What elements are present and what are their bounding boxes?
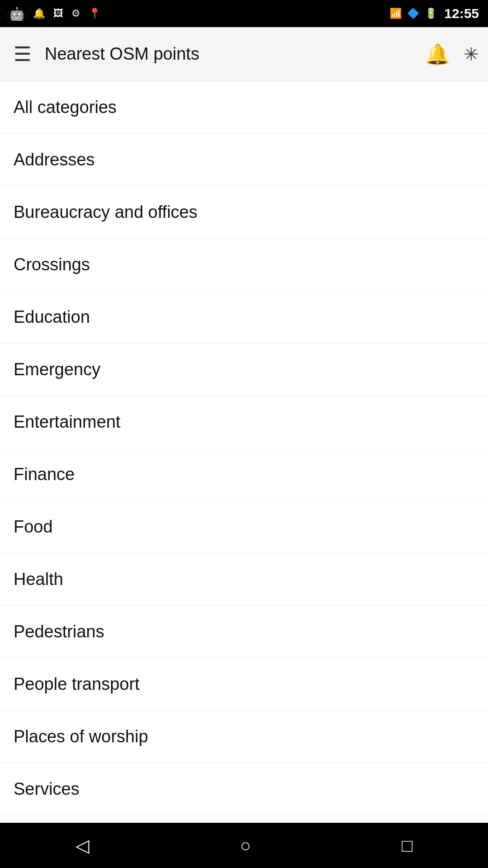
- list-item-label-entertainment: Entertainment: [14, 412, 121, 432]
- list-item-education[interactable]: Education: [0, 291, 488, 344]
- loading-icon[interactable]: ✳: [464, 44, 479, 65]
- list-item-emergency[interactable]: Emergency: [0, 344, 488, 396]
- list-item-label-pedestrians: Pedestrians: [14, 622, 104, 642]
- bottom-navigation: ◁ ○ □: [0, 823, 488, 868]
- list-item-label-places-of-worship: Places of worship: [14, 727, 148, 746]
- list-item-services[interactable]: Services: [0, 763, 488, 816]
- list-item-label-finance: Finance: [14, 465, 75, 484]
- notification-bell-small-icon: 🔔: [33, 8, 45, 19]
- list-item-people-transport[interactable]: People transport: [0, 658, 488, 711]
- list-item-health[interactable]: Health: [0, 553, 488, 606]
- list-item-label-food: Food: [14, 517, 53, 537]
- back-button[interactable]: ◁: [75, 835, 89, 856]
- notification-icon[interactable]: 🔔: [425, 42, 450, 66]
- status-bar-right: 📶 🔷 🔋 12:55: [389, 6, 479, 21]
- toolbar-title: Nearest OSM points: [45, 44, 425, 64]
- list-item-finance[interactable]: Finance: [0, 448, 488, 501]
- status-icons: 📶 🔷 🔋: [389, 8, 437, 19]
- list-item-places-of-worship[interactable]: Places of worship: [0, 711, 488, 763]
- list-item-label-education: Education: [14, 307, 90, 327]
- photo-icon: 🖼: [53, 8, 63, 19]
- category-list: All categoriesAddressesBureaucracy and o…: [0, 81, 488, 868]
- list-item-crossings[interactable]: Crossings: [0, 239, 488, 291]
- bluetooth-icon: 🔷: [407, 8, 419, 19]
- menu-icon[interactable]: ☰: [9, 38, 36, 70]
- list-item-food[interactable]: Food: [0, 501, 488, 553]
- signal-bars-icon: 📶: [389, 8, 402, 19]
- list-item-label-all-categories: All categories: [14, 98, 117, 117]
- list-item-addresses[interactable]: Addresses: [0, 134, 488, 186]
- battery-icon: 🔋: [425, 8, 437, 19]
- list-item-pedestrians[interactable]: Pedestrians: [0, 606, 488, 658]
- location-icon: 📍: [89, 8, 101, 19]
- list-item-label-crossings: Crossings: [14, 255, 90, 274]
- toolbar-actions: 🔔 ✳: [425, 42, 479, 66]
- status-bar: 🤖 🔔 🖼 ⚙ 📍 📶 🔷 🔋 12:55: [0, 0, 488, 27]
- status-time: 12:55: [444, 6, 479, 21]
- list-item-all-categories[interactable]: All categories: [0, 81, 488, 134]
- home-button[interactable]: ○: [240, 835, 251, 856]
- toolbar: ☰ Nearest OSM points 🔔 ✳: [0, 27, 488, 81]
- status-bar-left: 🤖 🔔 🖼 ⚙ 📍: [9, 6, 101, 21]
- list-item-label-people-transport: People transport: [14, 675, 140, 694]
- list-item-label-bureaucracy-and-offices: Bureaucracy and offices: [14, 203, 197, 222]
- list-item-bureaucracy-and-offices[interactable]: Bureaucracy and offices: [0, 186, 488, 239]
- list-item-entertainment[interactable]: Entertainment: [0, 396, 488, 448]
- settings-icon: ⚙: [71, 8, 80, 19]
- recents-button[interactable]: □: [402, 835, 413, 856]
- android-icon: 🤖: [9, 6, 25, 21]
- list-item-label-services: Services: [14, 779, 80, 799]
- list-item-label-health: Health: [14, 570, 63, 589]
- list-item-label-addresses: Addresses: [14, 150, 95, 170]
- list-item-label-emergency: Emergency: [14, 360, 100, 379]
